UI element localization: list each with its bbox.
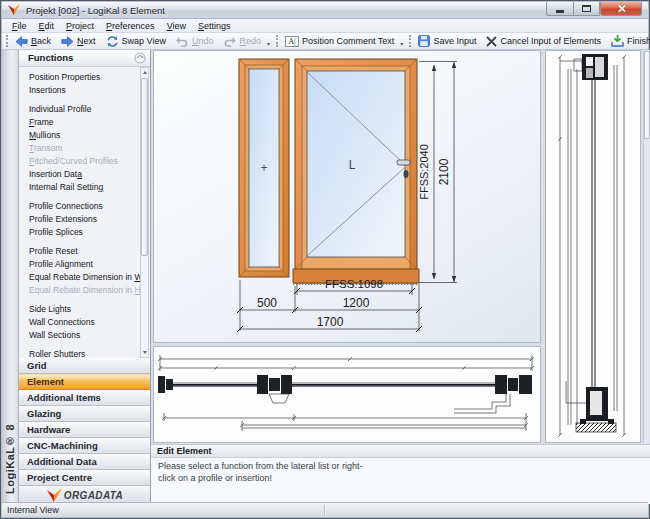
drawing-scrollbar-thumb[interactable] <box>644 51 650 139</box>
function-item-profile-extensions[interactable]: Profile Extensions <box>19 213 140 226</box>
menu-edit[interactable]: Edit <box>33 20 61 32</box>
accordion-section-grid[interactable]: Grid <box>19 358 150 374</box>
function-item-side-lights[interactable]: Side Lights <box>19 303 140 316</box>
accordion-section-glazing[interactable]: Glazing <box>19 406 150 422</box>
menu-bar: FileEditProjectPreferencesViewSettings <box>2 19 648 33</box>
status-text: Internal View <box>7 505 59 515</box>
swap-view-label: Swap View <box>122 36 166 46</box>
vertical-section-view[interactable] <box>545 50 641 443</box>
finish-position-button[interactable]: Finish Position <box>607 34 650 48</box>
toolbar-overflow-icon[interactable]: ▾ <box>267 40 270 47</box>
position-comment-text-button[interactable]: A|Position Comment Text <box>281 34 398 48</box>
dim-width-left: 500 <box>257 296 277 310</box>
plan-section-drawing <box>158 355 534 431</box>
undo-icon <box>176 36 189 47</box>
back-button[interactable]: Back <box>11 34 55 48</box>
maximize-button[interactable] <box>573 2 600 16</box>
function-item-profile-connections[interactable]: Profile Connections <box>19 200 140 213</box>
function-item-individual-profile[interactable]: Individual Profile <box>19 103 140 116</box>
scroll-up-icon[interactable] <box>141 68 148 77</box>
cancel-input-of-elements-button[interactable]: Cancel Input of Elements <box>482 34 605 48</box>
toolbar-grip[interactable] <box>6 35 8 47</box>
plan-section-view[interactable] <box>153 346 541 443</box>
brand-label: ORGADATA <box>64 490 124 501</box>
elevation-view[interactable]: + L <box>153 50 541 343</box>
window-controls <box>546 2 642 16</box>
dim-ffss-height: FFSS:2040 <box>418 144 430 200</box>
vertical-section-drawing <box>558 55 626 437</box>
swap-view-icon <box>106 36 119 47</box>
door-sash[interactable]: L <box>293 59 419 285</box>
drawing-scrollbar[interactable] <box>643 50 650 443</box>
dim-total-height: 2100 <box>437 158 451 185</box>
app-window: Projekt [002] - LogiKal 8 Element FileEd… <box>0 0 650 519</box>
accordion-section-hardware[interactable]: Hardware <box>19 422 150 438</box>
back-arrow-icon <box>15 36 28 47</box>
function-item-equal-rebate-dimension-in-width[interactable]: Equal Rebate Dimension in Width <box>19 271 140 284</box>
toolbar-overflow-icon[interactable]: ▾ <box>400 40 403 47</box>
swap-view-button[interactable]: Swap View <box>102 34 170 48</box>
title-bar[interactable]: Projekt [002] - LogiKal 8 Element <box>2 2 648 19</box>
dim-width-sash: 1200 <box>343 296 370 310</box>
comment-text-icon: A| <box>285 36 299 47</box>
function-item-profile-alignment[interactable]: Profile Alignment <box>19 258 140 271</box>
toolbar-grip[interactable] <box>276 35 278 47</box>
next-label: Next <box>77 36 96 46</box>
function-item-wall-connections[interactable]: Wall Connections <box>19 316 140 329</box>
functions-list: Position PropertiesInsertionsIndividual … <box>19 67 140 358</box>
functions-scrollbar[interactable] <box>140 67 149 358</box>
function-item-pitched-curved-profiles: Pitched/Curved Profiles <box>19 155 140 168</box>
fixed-sidelight[interactable]: + <box>239 59 289 277</box>
status-bar-divider <box>324 505 326 515</box>
function-item-wall-sections[interactable]: Wall Sections <box>19 329 140 342</box>
function-item-mullions[interactable]: Mullions <box>19 129 140 142</box>
accordion-section-cnc-machining[interactable]: CNC-Machining <box>19 438 150 454</box>
function-item-frame[interactable]: Frame <box>19 116 140 129</box>
vertical-section-profiles <box>576 54 616 432</box>
cancel-input-of-elements-label: Cancel Input of Elements <box>500 36 601 46</box>
dim-width-total: 1700 <box>317 315 344 329</box>
redo-button: Redo <box>219 34 265 48</box>
menu-view[interactable]: View <box>161 20 192 32</box>
function-item-internal-rail-setting[interactable]: Internal Rail Setting <box>19 181 140 194</box>
drawing-area: + L <box>151 50 650 504</box>
sidebar: Functions Position PropertiesInsertionsI… <box>19 50 151 504</box>
window-title: Projekt [002] - LogiKal 8 Element <box>26 5 165 16</box>
accordion: GridElementAdditional ItemsGlazingHardwa… <box>19 358 150 486</box>
function-item-insertions[interactable]: Insertions <box>19 84 140 97</box>
finish-position-label: Finish Position <box>627 36 650 46</box>
save-input-button[interactable]: Save Input <box>414 34 480 48</box>
functions-scrollbar-thumb[interactable] <box>141 78 148 256</box>
dim-ffss-width: FFSS:1098 <box>325 278 383 290</box>
minimize-icon <box>556 10 564 13</box>
redo-label: Redo <box>239 36 261 46</box>
function-item-profile-reset[interactable]: Profile Reset <box>19 245 140 258</box>
save-input-label: Save Input <box>433 36 476 46</box>
minimize-button[interactable] <box>546 2 573 16</box>
toolbar-grip[interactable] <box>409 35 411 47</box>
function-item-insertion-data[interactable]: Insertion Data <box>19 168 140 181</box>
undo-button: Undo <box>172 34 218 48</box>
function-item-profile-splices[interactable]: Profile Splices <box>19 226 140 239</box>
menu-preferences[interactable]: Preferences <box>100 20 161 32</box>
save-icon <box>418 35 430 47</box>
scroll-down-icon[interactable] <box>141 348 148 357</box>
next-arrow-icon <box>61 36 74 47</box>
function-item-transom: Transom <box>19 142 140 155</box>
position-comment-text-label: Position Comment Text <box>302 36 394 46</box>
app-logo-icon <box>7 4 21 16</box>
accordion-section-element[interactable]: Element <box>19 374 150 390</box>
function-item-roller-shutters[interactable]: Roller Shutters <box>19 348 140 358</box>
fixed-panel-label: + <box>260 161 267 175</box>
edit-element-panel: Edit Element Please select a function fr… <box>151 444 650 504</box>
accordion-section-project-centre[interactable]: Project Centre <box>19 470 150 486</box>
menu-file[interactable]: File <box>6 20 33 32</box>
next-button[interactable]: Next <box>57 34 100 48</box>
menu-project[interactable]: Project <box>60 20 100 32</box>
maximize-icon <box>582 5 591 12</box>
menu-settings[interactable]: Settings <box>192 20 237 32</box>
accordion-section-additional-data[interactable]: Additional Data <box>19 454 150 470</box>
accordion-section-additional-items[interactable]: Additional Items <box>19 390 150 406</box>
function-item-position-properties[interactable]: Position Properties <box>19 71 140 84</box>
close-button[interactable] <box>600 2 642 16</box>
